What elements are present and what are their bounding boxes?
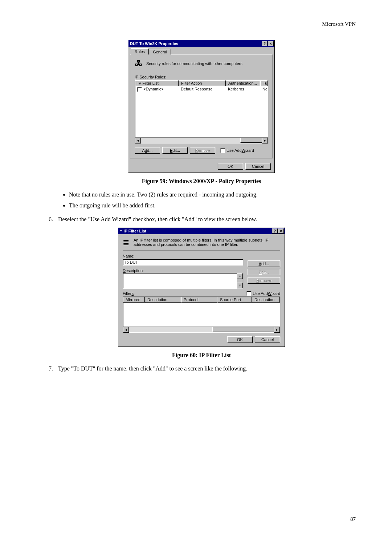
tab-rules[interactable]: Rules [131,48,149,54]
ok-button[interactable]: OK [227,336,253,343]
scroll-right-icon[interactable]: ► [274,327,280,333]
use-add-wizard-checkbox[interactable]: Use Add Wizard [220,148,254,153]
col-protocol[interactable]: Protocol [181,297,217,303]
page-content: DUT To Win2K Properties ? × Rules Genera… [47,40,356,377]
scroll-left-icon[interactable]: ◄ [135,138,141,143]
bullet-item: Note that no rules are in use. Two (2) r… [69,190,356,199]
help-button[interactable]: ? [272,228,278,234]
scroll-thumb[interactable] [240,138,262,143]
ip-filter-list-dialog: ≡IP Filter List ? × ≣ An IP filter list … [118,227,285,347]
cancel-button[interactable]: Cancel [255,336,280,343]
tab-panel-rules: 🖧 Security rules for communicating with … [130,54,273,158]
col-source-port[interactable]: Source Port [217,297,252,303]
use-add-wizard-checkbox[interactable]: Use Add Wizard [246,291,280,296]
ip-security-rules-list[interactable]: IP Filter List Filter Action Authenticat… [135,80,268,143]
col-filter-action[interactable]: Filter Action [179,80,226,86]
titlebar-title: DUT To Win2K Properties [130,41,178,46]
description-input[interactable]: ▲ ▼ [123,273,243,289]
scroll-right-icon[interactable]: ► [262,138,268,143]
col-destination[interactable]: Destination [252,297,280,303]
list-label: IP Security Rules: [135,75,268,79]
page-header: Microsoft VPN [322,21,356,27]
intro-text: An IP filter list is composed of multipl… [134,238,280,247]
step-item: Deselect the "Use Add Wizard" checkbox, … [54,215,356,224]
dialog-icon: ≡ [120,229,122,233]
bullet-item: The outgoing rule will be added first. [69,201,356,210]
remove-button: Remove [248,277,280,284]
cell: Nc [260,86,268,92]
add-button[interactable]: Add... [248,260,280,267]
col-tunnel[interactable]: Tu [260,80,268,86]
ok-button[interactable]: OK [218,163,243,170]
table-row[interactable]: <Dynamic> Default Response Kerberos Nc [135,86,268,93]
name-input[interactable] [123,259,243,266]
close-button[interactable]: × [268,41,274,46]
titlebar: DUT To Win2K Properties ? × [128,40,274,47]
filter-icon: ≣ [123,238,129,247]
cancel-button[interactable]: Cancel [245,163,271,170]
properties-dialog: DUT To Win2K Properties ? × Rules Genera… [128,40,275,173]
step-item: Type "To DUT" for the name, then click "… [54,364,356,373]
scroll-left-icon[interactable]: ◄ [123,327,129,333]
network-icon: 🖧 [135,59,143,68]
tab-general[interactable]: General [149,49,171,54]
page-number: 87 [350,516,356,522]
horizontal-scrollbar[interactable]: ◄ ► [135,137,268,143]
figure-caption-59: Figure 59: Windows 2000/XP - Policy Prop… [47,178,356,185]
filters-list[interactable]: Mirrored Description Protocol Source Por… [123,296,280,333]
cell: Kerberos [226,86,260,92]
scroll-down-icon: ▼ [237,283,243,288]
cell: Default Response [179,86,226,92]
row-checkbox[interactable] [137,87,142,92]
edit-button: Edit... [248,269,280,275]
scroll-up-icon: ▲ [237,273,243,279]
remove-button: Remove [190,147,215,154]
intro-text: Security rules for communicating with ot… [146,61,242,66]
titlebar-title: IP Filter List [123,229,146,233]
scroll-thumb[interactable] [212,327,274,332]
name-label: Name: [123,254,243,258]
help-button[interactable]: ? [262,41,268,46]
tab-strip: Rules General [128,47,274,54]
edit-button[interactable]: Edit... [162,147,188,154]
col-ip-filter-list[interactable]: IP Filter List [135,80,179,86]
col-auth[interactable]: Authentication... [226,80,260,86]
close-button[interactable]: × [278,228,284,234]
col-description[interactable]: Description [145,297,181,303]
description-label: Description: [123,268,243,273]
filters-label: Filters: [123,291,135,296]
titlebar: ≡IP Filter List ? × [118,228,285,234]
cell: <Dynamic> [143,87,164,91]
add-button[interactable]: Add... [135,147,160,154]
figure-caption-60: Figure 60: IP Filter List [47,352,356,358]
horizontal-scrollbar[interactable]: ◄ ► [123,327,280,332]
col-mirrored[interactable]: Mirrored [123,297,145,303]
